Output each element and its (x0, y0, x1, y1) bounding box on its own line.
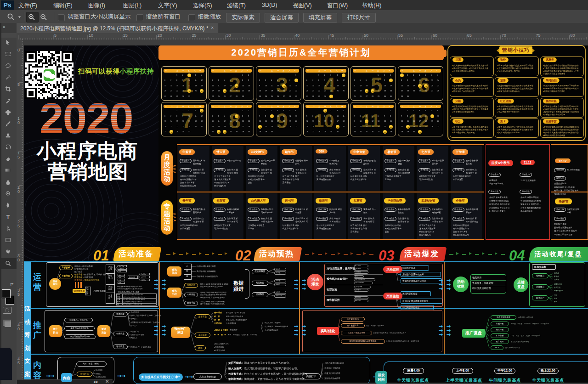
svg-text:T: T (6, 214, 10, 220)
